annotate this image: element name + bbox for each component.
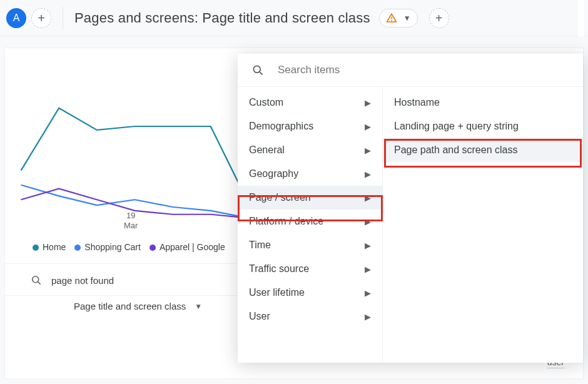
popup-search-row xyxy=(238,54,583,87)
category-column: Custom▶Demographics▶General▶Geography▶Pa… xyxy=(238,87,383,363)
legend-item[interactable]: Shopping Cart xyxy=(74,242,141,252)
chevron-down-icon: ▼ xyxy=(403,14,411,23)
chevron-right-icon: ▶ xyxy=(365,169,371,179)
svg-point-4 xyxy=(253,66,260,73)
search-input[interactable] xyxy=(51,275,214,286)
chevron-down-icon: ▼ xyxy=(195,302,202,311)
svg-line-3 xyxy=(38,282,41,285)
legend-item[interactable]: Apparel | Google xyxy=(150,242,225,252)
chevron-right-icon: ▶ xyxy=(365,122,371,131)
svg-point-2 xyxy=(33,276,39,283)
category-item[interactable]: Time▶ xyxy=(238,233,382,257)
chevron-right-icon: ▶ xyxy=(365,98,371,108)
dimension-item[interactable]: Page path and screen class xyxy=(383,138,583,162)
legend-item[interactable]: Home xyxy=(33,242,66,252)
svg-point-1 xyxy=(391,19,392,21)
divider xyxy=(63,7,63,29)
top-header: A + Pages and screens: Page title and sc… xyxy=(0,0,588,36)
add-variant-button[interactable]: + xyxy=(31,8,51,28)
category-item[interactable]: Demographics▶ xyxy=(238,114,382,138)
category-label: User lifetime xyxy=(249,287,305,298)
x-axis-tick: 19 Mar xyxy=(124,211,138,231)
svg-line-5 xyxy=(260,72,263,75)
page-title: Pages and screens: Page title and screen… xyxy=(74,10,370,26)
chevron-right-icon: ▶ xyxy=(365,288,371,298)
add-comparison-button[interactable]: + xyxy=(429,8,449,28)
search-icon xyxy=(30,274,43,286)
category-label: Platform / device xyxy=(249,216,323,227)
category-item[interactable]: User▶ xyxy=(238,305,382,328)
dimension-item[interactable]: Landing page + query string xyxy=(383,114,583,138)
category-label: User xyxy=(249,311,270,322)
search-icon xyxy=(251,64,264,76)
category-item[interactable]: Page / screen▶ xyxy=(238,186,382,210)
category-label: General xyxy=(249,144,285,156)
legend-dot xyxy=(33,245,39,251)
category-label: Demographics xyxy=(249,121,313,132)
category-label: Traffic source xyxy=(249,263,309,275)
category-item[interactable]: General▶ xyxy=(238,138,382,162)
category-label: Page / screen xyxy=(249,192,311,203)
chevron-right-icon: ▶ xyxy=(365,265,371,274)
popup-search-input[interactable] xyxy=(278,64,465,76)
category-item[interactable]: Traffic source▶ xyxy=(238,257,382,281)
avatar[interactable]: A xyxy=(6,8,26,28)
chevron-right-icon: ▶ xyxy=(365,193,371,203)
category-label: Geography xyxy=(249,168,298,179)
legend-dot xyxy=(74,245,81,251)
chevron-right-icon: ▶ xyxy=(365,217,371,226)
category-item[interactable]: Geography▶ xyxy=(238,162,382,186)
category-label: Custom xyxy=(249,97,283,108)
category-item[interactable]: User lifetime▶ xyxy=(238,281,382,305)
chevron-right-icon: ▶ xyxy=(365,312,371,321)
item-column: HostnameLanding page + query stringPage … xyxy=(383,87,583,363)
panel-edge xyxy=(578,0,584,36)
category-item[interactable]: Custom▶ xyxy=(238,91,382,114)
dimension-item[interactable]: Hostname xyxy=(383,91,583,114)
sampling-warning-pill[interactable]: ▼ xyxy=(379,9,418,28)
legend-dot xyxy=(150,245,156,251)
dimension-picker-popup: Custom▶Demographics▶General▶Geography▶Pa… xyxy=(238,54,583,363)
category-label: Time xyxy=(249,240,271,251)
popup-columns: Custom▶Demographics▶General▶Geography▶Pa… xyxy=(238,87,583,363)
category-item[interactable]: Platform / device▶ xyxy=(238,210,382,233)
chevron-right-icon: ▶ xyxy=(365,241,371,250)
chevron-right-icon: ▶ xyxy=(365,146,371,155)
warning-triangle-icon xyxy=(386,13,397,24)
